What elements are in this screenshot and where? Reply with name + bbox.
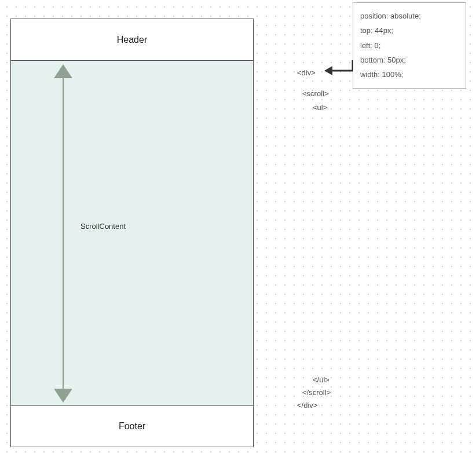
arrow-shaft xyxy=(63,78,64,389)
header-region: Header xyxy=(11,19,253,61)
css-rule-line: left: 0; xyxy=(360,38,459,53)
code-tag-scroll-close: </scroll> xyxy=(302,388,331,397)
css-rule-line: bottom: 50px; xyxy=(360,53,459,67)
css-rules-box: position: absolute; top: 44px; left: 0; … xyxy=(353,2,466,89)
code-tag-div-open: <div> xyxy=(297,68,316,77)
scroll-content-label: ScrollContent xyxy=(80,222,126,231)
pointer-arrow-icon xyxy=(324,60,353,78)
footer-label: Footer xyxy=(119,421,145,432)
scroll-content-region: ScrollContent xyxy=(11,61,253,406)
code-tag-div-close: </div> xyxy=(297,401,317,410)
css-rule-line: position: absolute; xyxy=(360,9,459,23)
css-rule-line: top: 44px; xyxy=(360,23,459,38)
code-tag-ul-close: </ul> xyxy=(313,375,329,384)
arrow-up-icon xyxy=(54,64,72,78)
css-rule-line: width: 100%; xyxy=(360,67,459,82)
arrow-down-icon xyxy=(54,389,72,403)
vertical-scroll-arrow xyxy=(52,64,75,403)
layout-diagram: Header ScrollContent Footer xyxy=(10,19,254,447)
header-label: Header xyxy=(117,35,147,45)
code-tag-scroll-open: <scroll> xyxy=(302,89,329,98)
code-tag-ul-open: <ul> xyxy=(313,103,327,112)
footer-region: Footer xyxy=(11,406,253,447)
